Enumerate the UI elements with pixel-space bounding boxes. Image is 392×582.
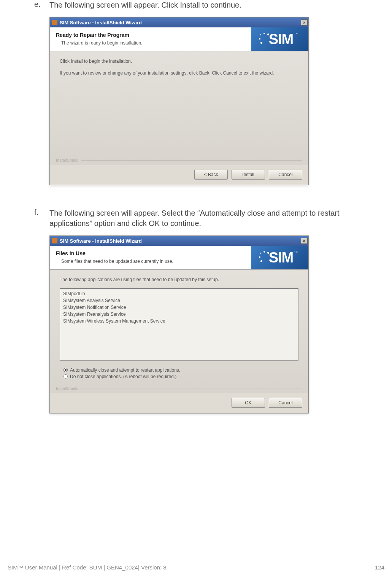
close-icon[interactable]: ×	[301, 238, 308, 244]
radio-auto-close[interactable]	[63, 368, 68, 372]
install-button[interactable]: Install	[232, 170, 265, 180]
step-e-letter: e.	[34, 0, 49, 9]
app-icon	[52, 20, 57, 25]
list-item: SIMsystem Wireless System Management Ser…	[63, 318, 295, 324]
cancel-button[interactable]: Cancel	[269, 398, 302, 408]
app-icon	[52, 238, 57, 243]
logo-tm: ™	[294, 32, 298, 36]
sim-logo: SIM ™	[251, 246, 308, 269]
radio-do-not-close-label: Do not close applications. (A reboot wil…	[70, 374, 176, 379]
dialog-header-title: Files in Use	[56, 250, 246, 256]
list-item: SIMsystem Notification Service	[63, 304, 295, 311]
back-button[interactable]: < Back	[194, 170, 228, 180]
install-wizard-dialog: SIM Software - InstallShield Wizard × Re…	[49, 17, 309, 185]
footer-left: SIM™ User Manual | Ref Code: SUM | GEN4_…	[8, 564, 167, 571]
radio-auto-close-label: Automatically close and attempt to resta…	[70, 367, 180, 373]
installshield-brand: InstallShield	[56, 158, 78, 162]
close-icon[interactable]: ×	[301, 19, 308, 25]
installshield-brand: InstallShield	[56, 386, 78, 391]
radio-do-not-close[interactable]	[63, 374, 68, 378]
titlebar: SIM Software - InstallShield Wizard ×	[50, 17, 308, 27]
dialog-header-subtitle: Some files that need to be updated are c…	[61, 259, 246, 264]
files-in-use-intro: The following applications are using fil…	[60, 277, 298, 283]
titlebar: SIM Software - InstallShield Wizard ×	[50, 236, 308, 246]
files-in-use-dialog: SIM Software - InstallShield Wizard × Fi…	[49, 235, 309, 413]
step-f-letter: f.	[34, 208, 49, 217]
logo-tm: ™	[294, 250, 298, 254]
page-number: 124	[375, 564, 384, 571]
step-e-text: The following screen will appear. Click …	[49, 0, 369, 10]
window-title: SIM Software - InstallShield Wizard	[60, 238, 142, 244]
body-line-1: Click Install to begin the installation.	[60, 58, 298, 65]
sim-logo: SIM ™	[251, 27, 308, 51]
list-item: SIMsystem Analysis Service	[63, 297, 295, 304]
dialog-header-subtitle: The wizard is ready to begin installatio…	[61, 40, 246, 46]
applications-list: SIMpodLib SIMsystem Analysis Service SIM…	[60, 288, 298, 361]
list-item: SIMpodLib	[63, 290, 295, 297]
step-f-text: The following screen will appear. Select…	[49, 208, 369, 229]
dialog-header-title: Ready to Repair the Program	[56, 32, 246, 38]
ok-button[interactable]: OK	[232, 398, 265, 408]
window-title: SIM Software - InstallShield Wizard	[60, 20, 142, 25]
list-item: SIMsystem Reanalysis Service	[63, 311, 295, 318]
cancel-button[interactable]: Cancel	[269, 170, 302, 180]
body-line-2: If you want to review or change any of y…	[60, 70, 298, 76]
